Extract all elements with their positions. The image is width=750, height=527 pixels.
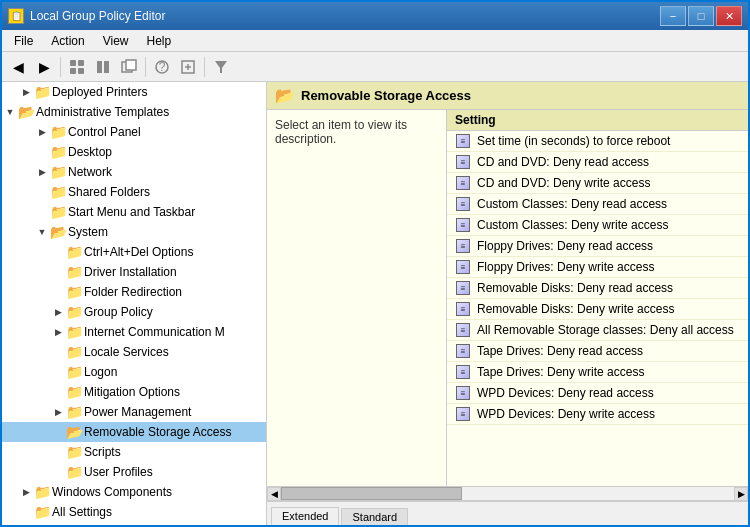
tree-label-power-management: Power Management: [84, 405, 191, 419]
folder-icon-admin-templates: 📂: [18, 104, 34, 120]
back-button[interactable]: ◀: [6, 55, 30, 79]
expand-power-management[interactable]: ▶: [50, 404, 66, 420]
tree-label-admin-templates: Administrative Templates: [36, 105, 169, 119]
tree-item-network[interactable]: ▶ 📁 Network: [2, 162, 266, 182]
setting-row-11[interactable]: ≡ Tape Drives: Deny write access: [447, 362, 748, 383]
tree-item-logon[interactable]: ▶ 📁 Logon: [2, 362, 266, 382]
setting-row-3[interactable]: ≡ Custom Classes: Deny read access: [447, 194, 748, 215]
main-area: ▶ 📁 Deployed Printers ▼ 📂 Administrative…: [2, 82, 748, 525]
tree-item-internet-communication[interactable]: ▶ 📁 Internet Communication M: [2, 322, 266, 342]
forward-button[interactable]: ▶: [32, 55, 56, 79]
setting-icon-11: ≡: [455, 364, 471, 380]
title-bar: 📋 Local Group Policy Editor − □ ✕: [2, 2, 748, 30]
tab-standard[interactable]: Standard: [341, 508, 408, 525]
show-hide-console-button[interactable]: [65, 55, 89, 79]
bottom-area: ◀ ▶ Extended Standard: [267, 486, 748, 525]
h-scroll-right[interactable]: ▶: [734, 487, 748, 501]
menu-view[interactable]: View: [95, 32, 137, 50]
help-button[interactable]: ?: [150, 55, 174, 79]
setting-row-13[interactable]: ≡ WPD Devices: Deny write access: [447, 404, 748, 425]
setting-label-11: Tape Drives: Deny write access: [477, 365, 644, 379]
tree-item-start-menu[interactable]: ▶ 📁 Start Menu and Taskbar: [2, 202, 266, 222]
tree-item-folder-redirection[interactable]: ▶ 📁 Folder Redirection: [2, 282, 266, 302]
tree-label-scripts: Scripts: [84, 445, 121, 459]
tree-item-power-management[interactable]: ▶ 📁 Power Management: [2, 402, 266, 422]
expand-group-policy[interactable]: ▶: [50, 304, 66, 320]
minimize-button[interactable]: −: [660, 6, 686, 26]
tree-label-logon: Logon: [84, 365, 117, 379]
setting-row-9[interactable]: ≡ All Removable Storage classes: Deny al…: [447, 320, 748, 341]
main-window: 📋 Local Group Policy Editor − □ ✕ File A…: [0, 0, 750, 527]
setting-row-7[interactable]: ≡ Removable Disks: Deny read access: [447, 278, 748, 299]
tree-item-control-panel[interactable]: ▶ 📁 Control Panel: [2, 122, 266, 142]
setting-row-0[interactable]: ≡ Set time (in seconds) to force reboot: [447, 131, 748, 152]
setting-label-1: CD and DVD: Deny read access: [477, 155, 649, 169]
tree-item-admin-templates[interactable]: ▼ 📂 Administrative Templates: [2, 102, 266, 122]
export-button[interactable]: [176, 55, 200, 79]
tree-item-windows-components[interactable]: ▶ 📁 Windows Components: [2, 482, 266, 502]
settings-column-header: Setting: [447, 110, 748, 131]
setting-row-5[interactable]: ≡ Floppy Drives: Deny read access: [447, 236, 748, 257]
setting-row-10[interactable]: ≡ Tape Drives: Deny read access: [447, 341, 748, 362]
expand-network[interactable]: ▶: [34, 164, 50, 180]
setting-row-1[interactable]: ≡ CD and DVD: Deny read access: [447, 152, 748, 173]
tree-label-driver-installation: Driver Installation: [84, 265, 177, 279]
svg-rect-4: [97, 61, 102, 73]
new-window-button[interactable]: [117, 55, 141, 79]
setting-label-5: Floppy Drives: Deny read access: [477, 239, 653, 253]
tree-item-mitigation-options[interactable]: ▶ 📁 Mitigation Options: [2, 382, 266, 402]
expand-system[interactable]: ▼: [34, 224, 50, 240]
tab-extended[interactable]: Extended: [271, 507, 339, 525]
setting-icon-9: ≡: [455, 322, 471, 338]
up-button[interactable]: [91, 55, 115, 79]
setting-icon-6: ≡: [455, 259, 471, 275]
maximize-button[interactable]: □: [688, 6, 714, 26]
setting-row-8[interactable]: ≡ Removable Disks: Deny write access: [447, 299, 748, 320]
setting-row-4[interactable]: ≡ Custom Classes: Deny write access: [447, 215, 748, 236]
expand-deployed-printers[interactable]: ▶: [18, 84, 34, 100]
expand-internet-communication[interactable]: ▶: [50, 324, 66, 340]
settings-pane[interactable]: Setting ≡ Set time (in seconds) to force…: [447, 110, 748, 486]
setting-label-0: Set time (in seconds) to force reboot: [477, 134, 670, 148]
menu-help[interactable]: Help: [139, 32, 180, 50]
svg-marker-13: [215, 61, 227, 73]
h-scroll-left[interactable]: ◀: [267, 487, 281, 501]
expand-admin-templates[interactable]: ▼: [2, 104, 18, 120]
setting-row-12[interactable]: ≡ WPD Devices: Deny read access: [447, 383, 748, 404]
tree-item-removable-storage[interactable]: ▶ 📂 Removable Storage Access: [2, 422, 266, 442]
setting-label-6: Floppy Drives: Deny write access: [477, 260, 654, 274]
svg-rect-2: [70, 68, 76, 74]
setting-icon-10: ≡: [455, 343, 471, 359]
setting-row-2[interactable]: ≡ CD and DVD: Deny write access: [447, 173, 748, 194]
filter-button[interactable]: [209, 55, 233, 79]
tree-item-all-settings[interactable]: ▶ 📁 All Settings: [2, 502, 266, 522]
tree-item-driver-installation[interactable]: ▶ 📁 Driver Installation: [2, 262, 266, 282]
h-scroll-track[interactable]: [281, 487, 734, 500]
tree-item-ctrl-alt-del[interactable]: ▶ 📁 Ctrl+Alt+Del Options: [2, 242, 266, 262]
toolbar-separator-1: [60, 57, 61, 77]
tree-item-deployed-printers[interactable]: ▶ 📁 Deployed Printers: [2, 82, 266, 102]
tree-item-system[interactable]: ▼ 📂 System: [2, 222, 266, 242]
close-button[interactable]: ✕: [716, 6, 742, 26]
tree-item-scripts[interactable]: ▶ 📁 Scripts: [2, 442, 266, 462]
tree-item-locale-services[interactable]: ▶ 📁 Locale Services: [2, 342, 266, 362]
tree-label-shared-folders: Shared Folders: [68, 185, 150, 199]
setting-icon-3: ≡: [455, 196, 471, 212]
app-icon: 📋: [8, 8, 24, 24]
h-scroll-thumb[interactable]: [281, 487, 462, 500]
folder-icon-ctrl-alt-del: 📁: [66, 244, 82, 260]
tree-item-group-policy[interactable]: ▶ 📁 Group Policy: [2, 302, 266, 322]
tree-item-shared-folders[interactable]: ▶ 📁 Shared Folders: [2, 182, 266, 202]
expand-windows-components[interactable]: ▶: [18, 484, 34, 500]
setting-row-6[interactable]: ≡ Floppy Drives: Deny write access: [447, 257, 748, 278]
folder-icon-scripts: 📁: [66, 444, 82, 460]
h-scrollbar[interactable]: ◀ ▶: [267, 487, 748, 501]
menu-file[interactable]: File: [6, 32, 41, 50]
menu-action[interactable]: Action: [43, 32, 92, 50]
folder-icon-all-settings: 📁: [34, 504, 50, 520]
expand-control-panel[interactable]: ▶: [34, 124, 50, 140]
tree-pane[interactable]: ▶ 📁 Deployed Printers ▼ 📂 Administrative…: [2, 82, 267, 525]
tree-item-user-profiles[interactable]: ▶ 📁 User Profiles: [2, 462, 266, 482]
tree-item-desktop[interactable]: ▶ 📁 Desktop: [2, 142, 266, 162]
description-pane: Select an item to view its description.: [267, 110, 447, 486]
